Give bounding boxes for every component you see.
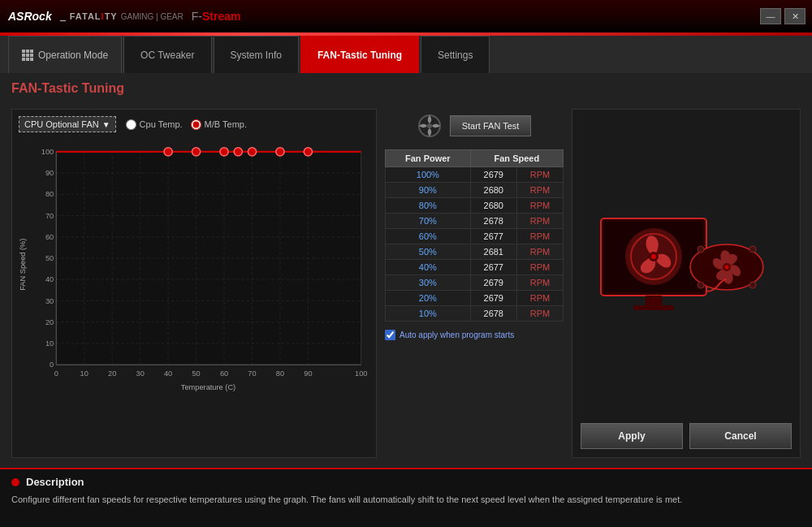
minimize-button[interactable]: — xyxy=(760,8,781,24)
fan-dropdown[interactable]: CPU Optional FAN ▼ xyxy=(19,116,116,132)
f-separator: F- xyxy=(192,10,202,23)
table-row: 60% 2677 RPM xyxy=(386,229,564,244)
svg-rect-58 xyxy=(646,296,662,305)
svg-point-64 xyxy=(749,246,756,253)
tab-fan-tastic[interactable]: FAN-Tastic Tuning xyxy=(300,36,419,73)
svg-text:70: 70 xyxy=(248,369,256,378)
svg-text:40: 40 xyxy=(164,369,172,378)
fan-table-body: 100% 2679 RPM 90% 2680 RPM 80% 2680 RPM … xyxy=(386,167,564,322)
fan-test-area: Start FAN Test xyxy=(385,109,564,143)
cell-rpm-2: RPM xyxy=(516,198,563,214)
tab-operation-mode[interactable]: Operation Mode xyxy=(8,36,122,73)
cpu-temp-input[interactable] xyxy=(126,119,136,130)
svg-point-66 xyxy=(749,282,756,288)
cell-power-5: 50% xyxy=(386,244,471,260)
control-point-5[interactable] xyxy=(248,148,256,156)
svg-text:50: 50 xyxy=(192,369,200,378)
table-row: 70% 2678 RPM xyxy=(386,214,564,229)
fan-spinner-icon xyxy=(417,114,442,138)
cell-rpm-1: RPM xyxy=(516,183,563,198)
svg-point-65 xyxy=(698,282,704,288)
stream-text: Stream xyxy=(202,10,240,23)
svg-text:20: 20 xyxy=(45,318,54,326)
svg-text:100: 100 xyxy=(355,369,367,378)
cell-rpm-7: RPM xyxy=(516,275,563,291)
fan-speed-table: Fan Power Fan Speed 100% 2679 RPM 90% 26… xyxy=(385,149,564,322)
tab-settings[interactable]: Settings xyxy=(421,36,490,73)
cancel-button[interactable]: Cancel xyxy=(689,423,792,449)
mb-temp-input[interactable] xyxy=(191,119,201,130)
svg-text:40: 40 xyxy=(45,275,54,283)
svg-text:FAN Speed (%): FAN Speed (%) xyxy=(19,239,27,291)
window-controls: — ✕ xyxy=(760,8,806,24)
cpu-temp-label: Cpu Temp. xyxy=(140,119,183,129)
cell-power-2: 80% xyxy=(386,198,471,214)
description-bar: Description Configure different fan spee… xyxy=(0,468,812,527)
svg-text:10: 10 xyxy=(45,339,54,348)
cell-rpm-6: RPM xyxy=(516,260,563,275)
cell-speed-4: 2677 xyxy=(470,229,516,244)
tab-system-info[interactable]: System Info xyxy=(214,36,299,73)
svg-rect-59 xyxy=(633,305,674,310)
svg-text:60: 60 xyxy=(45,233,54,241)
mb-temp-label: M/B Temp. xyxy=(205,119,247,129)
operation-mode-label: Operation Mode xyxy=(38,50,108,61)
control-point-2[interactable] xyxy=(192,148,200,156)
svg-text:Temperature (C): Temperature (C) xyxy=(181,383,235,391)
table-row: 100% 2679 RPM xyxy=(386,167,564,183)
table-header-power: Fan Power xyxy=(386,150,471,167)
system-info-label: System Info xyxy=(231,50,282,61)
table-row: 50% 2681 RPM xyxy=(386,244,564,260)
cell-power-1: 90% xyxy=(386,183,471,198)
fan-dropdown-value: CPU Optional FAN xyxy=(24,119,99,129)
cell-speed-0: 2679 xyxy=(470,167,516,183)
cpu-temp-radio[interactable]: Cpu Temp. xyxy=(126,119,183,130)
cell-power-0: 100% xyxy=(386,167,471,183)
svg-text:100: 100 xyxy=(41,148,54,156)
settings-label: Settings xyxy=(438,50,473,61)
fan-illustration-svg xyxy=(593,202,780,332)
mb-temp-radio[interactable]: M/B Temp. xyxy=(191,119,247,130)
svg-text:50: 50 xyxy=(45,254,54,262)
svg-point-62 xyxy=(725,266,729,270)
dropdown-arrow-icon: ▼ xyxy=(102,120,110,129)
apply-button[interactable]: Apply xyxy=(581,423,683,449)
main-panel: CPU Optional FAN ▼ Cpu Temp. M/B Temp. xyxy=(11,109,801,458)
cell-power-8: 20% xyxy=(386,291,471,306)
control-point-3[interactable] xyxy=(220,148,228,156)
auto-apply-checkbox[interactable] xyxy=(385,330,395,340)
cell-speed-3: 2678 xyxy=(470,214,516,229)
fan-illustration xyxy=(581,118,792,417)
control-point-7[interactable] xyxy=(304,148,312,156)
tab-oc-tweaker[interactable]: OC Tweaker xyxy=(123,36,211,73)
cell-rpm-8: RPM xyxy=(516,291,563,306)
close-button[interactable]: ✕ xyxy=(784,8,806,24)
control-point-4[interactable] xyxy=(234,148,242,156)
svg-text:0: 0 xyxy=(50,361,54,369)
title-bar: ASRock ⎯ FATALITY GAMING | GEAR F- Strea… xyxy=(0,0,812,32)
desc-title-text: Description xyxy=(26,476,84,488)
control-point-1[interactable] xyxy=(164,148,172,156)
svg-text:30: 30 xyxy=(45,297,54,305)
desc-dot-icon xyxy=(11,478,19,486)
action-buttons: Apply Cancel xyxy=(581,417,792,449)
cell-rpm-4: RPM xyxy=(516,229,563,244)
start-fan-test-button[interactable]: Start FAN Test xyxy=(450,115,532,136)
content-area: FAN-Tastic Tuning CPU Optional FAN ▼ Cpu… xyxy=(0,73,812,468)
subtitle-logo: GAMING | GEAR xyxy=(121,12,184,21)
svg-text:10: 10 xyxy=(80,369,89,378)
cell-speed-6: 2677 xyxy=(470,260,516,275)
chart-container: 0 10 20 30 40 50 60 70 80 90 100 0 xyxy=(19,139,369,407)
graph-panel: CPU Optional FAN ▼ Cpu Temp. M/B Temp. xyxy=(11,109,377,458)
cell-power-9: 10% xyxy=(386,306,471,322)
cell-rpm-5: RPM xyxy=(516,244,563,260)
control-point-6[interactable] xyxy=(276,148,284,156)
table-row: 10% 2678 RPM xyxy=(386,306,564,322)
table-header-speed: Fan Speed xyxy=(470,150,563,167)
table-row: 20% 2679 RPM xyxy=(386,291,564,306)
auto-apply-label[interactable]: Auto apply when program starts xyxy=(400,330,514,339)
cell-speed-8: 2679 xyxy=(470,291,516,306)
cell-rpm-0: RPM xyxy=(516,167,563,183)
svg-text:20: 20 xyxy=(108,369,116,378)
svg-text:70: 70 xyxy=(45,212,54,220)
